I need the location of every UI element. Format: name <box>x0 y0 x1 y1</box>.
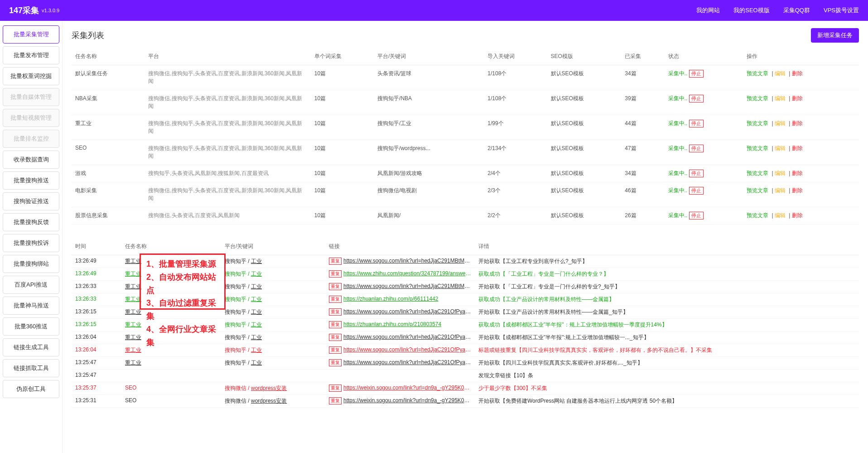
url-link[interactable]: https://www.sogou.com/link?url=hedJjaC29… <box>343 334 475 340</box>
cell: 10篇 <box>311 182 374 207</box>
task-link[interactable]: 重工业 <box>125 309 141 315</box>
preview-link[interactable]: 预览文章 <box>747 70 768 77</box>
log-url: 重复https://www.sogou.com/link?url=hedJjaC… <box>325 331 475 344</box>
keyword-link[interactable]: 工业 <box>251 347 262 353</box>
log-task <box>121 370 221 382</box>
preview-link[interactable]: 预览文章 <box>747 170 768 176</box>
edit-link[interactable]: 编辑 <box>775 170 786 176</box>
edit-link[interactable]: 编辑 <box>775 187 786 194</box>
delete-link[interactable]: 删除 <box>792 70 803 77</box>
sidebar-item[interactable]: 链接抓取工具 <box>3 359 59 377</box>
log-detail: 发现文章链接【10】条 <box>475 370 859 382</box>
sidebar-item[interactable]: 批量搜狗推送 <box>3 171 59 190</box>
keyword-link[interactable]: 工业 <box>251 283 262 290</box>
keyword-link[interactable]: 工业 <box>251 334 262 341</box>
sidebar-item[interactable]: 链接生成工具 <box>3 338 59 356</box>
edit-link[interactable]: 编辑 <box>775 212 786 219</box>
log-time: 13:26:15 <box>72 319 121 331</box>
task-link[interactable]: 重工业 <box>125 296 141 302</box>
sidebar-item[interactable]: 批量360推送 <box>3 317 59 336</box>
keyword-link[interactable]: 工业 <box>251 309 262 315</box>
sidebar-item[interactable]: 百度API推送 <box>3 276 59 294</box>
keyword-link[interactable]: 工业 <box>251 258 262 264</box>
stop-button[interactable]: 停止 <box>689 120 704 127</box>
task-link[interactable]: 重工业 <box>125 360 141 366</box>
preview-link[interactable]: 预览文章 <box>747 212 768 219</box>
url-link[interactable]: https://weixin.sogou.com/link?url=dn9a_-… <box>343 385 475 391</box>
delete-link[interactable]: 删除 <box>792 95 803 102</box>
log-detail: 开始获取【四川工业科技学院真真实实,客观评价,好坏都有,..._知乎】 <box>475 357 859 370</box>
sidebar-item[interactable]: 批量搜狗投诉 <box>3 234 59 252</box>
sidebar-item[interactable]: 收录数据查询 <box>3 151 59 169</box>
url-link[interactable]: https://www.sogou.com/link?url=hedJjaC29… <box>343 346 475 353</box>
keyword-link[interactable]: 工业 <box>251 321 262 328</box>
dup-badge-icon: 重复 <box>329 321 342 328</box>
url-link[interactable]: https://www.sogou.com/link?url=hedJjaC29… <box>343 283 475 289</box>
task-link[interactable]: 重工业 <box>125 334 141 341</box>
delete-link[interactable]: 删除 <box>792 170 803 176</box>
stop-button[interactable]: 停止 <box>689 145 704 152</box>
delete-link[interactable]: 删除 <box>792 120 803 127</box>
preview-link[interactable]: 预览文章 <box>747 120 768 127</box>
cell: 2/3个 <box>484 182 547 207</box>
preview-link[interactable]: 预览文章 <box>747 95 768 102</box>
log-time: 13:26:49 <box>72 268 121 281</box>
log-task: 重工业 <box>121 344 221 357</box>
edit-link[interactable]: 编辑 <box>775 95 786 102</box>
log-keyword: 搜狗微信 / wordpress安装 <box>221 382 325 395</box>
nav-my-site[interactable]: 我的网站 <box>696 6 720 15</box>
stop-button[interactable]: 停止 <box>689 187 704 195</box>
log-task: 重工业 <box>121 306 221 319</box>
sidebar-item[interactable]: 搜狗验证推送 <box>3 192 59 210</box>
delete-link[interactable]: 删除 <box>792 212 803 219</box>
task-link[interactable]: 重工业 <box>125 258 141 264</box>
column-header: 平台/关键词 <box>221 238 325 255</box>
keyword-link[interactable]: 工业 <box>251 271 262 277</box>
log-row: 13:26:33重工业搜狗知乎 / 工业重复https://zhuanlan.z… <box>72 293 859 306</box>
preview-link[interactable]: 预览文章 <box>747 145 768 151</box>
nav-vps-dial[interactable]: VPS拨号设置 <box>824 6 859 15</box>
url-link[interactable]: https://www.sogou.com/link?url=hedJjaC29… <box>343 258 475 264</box>
log-keyword: 搜狗知乎 / 工业 <box>221 319 325 331</box>
stop-button[interactable]: 停止 <box>689 70 704 78</box>
keyword-link[interactable]: wordpress安装 <box>251 398 287 404</box>
task-link[interactable]: 重工业 <box>125 271 141 277</box>
keyword-link[interactable]: 工业 <box>251 296 262 302</box>
url-link[interactable]: https://weixin.sogou.com/link?url=dn9a_-… <box>343 397 475 404</box>
task-link[interactable]: 重工业 <box>125 283 141 290</box>
cell: 10篇 <box>311 65 374 90</box>
edit-link[interactable]: 编辑 <box>775 70 786 77</box>
sidebar-item[interactable]: 批量发布管理 <box>3 46 59 64</box>
keyword-link[interactable]: 工业 <box>251 360 262 366</box>
sidebar-item[interactable]: 批量权重词挖掘 <box>3 67 59 85</box>
log-table: 时间任务名称平台/关键词链接详情 13:26:49重工业搜狗知乎 / 工业重复h… <box>72 238 859 408</box>
edit-link[interactable]: 编辑 <box>775 145 786 151</box>
log-url: 重复https://www.sogou.com/link?url=hedJjaC… <box>325 255 475 268</box>
stop-button[interactable]: 停止 <box>689 212 704 219</box>
cell: 头条资讯/篮球 <box>374 65 484 90</box>
stop-button[interactable]: 停止 <box>689 95 704 102</box>
url-link[interactable]: https://zhuanlan.zhihu.com/p/66111442 <box>343 296 438 302</box>
url-link[interactable]: https://www.sogou.com/link?url=hedJjaC29… <box>343 359 475 365</box>
stop-button[interactable]: 停止 <box>689 170 704 177</box>
nav-seo-template[interactable]: 我的SEO模版 <box>733 6 769 15</box>
sidebar-item[interactable]: 批量搜狗反馈 <box>3 213 59 231</box>
task-link[interactable]: 重工业 <box>125 321 141 328</box>
cell: 搜狗微信,搜狗知乎,头条资讯,百度资讯,新浪新闻,360新闻,凤凰新闻 <box>145 115 311 140</box>
url-link[interactable]: https://www.zhihu.com/question/324787199… <box>343 270 475 277</box>
url-link[interactable]: https://www.sogou.com/link?url=hedJjaC29… <box>343 308 475 315</box>
delete-link[interactable]: 删除 <box>792 187 803 194</box>
url-link[interactable]: https://zhuanlan.zhihu.com/p/210803574 <box>343 321 441 327</box>
keyword-link[interactable]: wordpress安装 <box>251 385 287 391</box>
delete-link[interactable]: 删除 <box>792 145 803 151</box>
edit-link[interactable]: 编辑 <box>775 120 786 127</box>
sidebar-item[interactable]: 批量搜狗绑站 <box>3 255 59 273</box>
sidebar-item[interactable]: 批量神马推送 <box>3 297 59 315</box>
preview-link[interactable]: 预览文章 <box>747 187 768 194</box>
log-row: 13:25:47发现文章链接【10】条 <box>72 370 859 382</box>
nav-qq-group[interactable]: 采集QQ群 <box>783 6 810 15</box>
task-link[interactable]: 重工业 <box>125 347 141 353</box>
add-task-button[interactable]: 新增采集任务 <box>811 28 859 43</box>
sidebar-item[interactable]: 伪原创工具 <box>3 380 59 398</box>
sidebar-item[interactable]: 批量采集管理 <box>3 25 59 44</box>
